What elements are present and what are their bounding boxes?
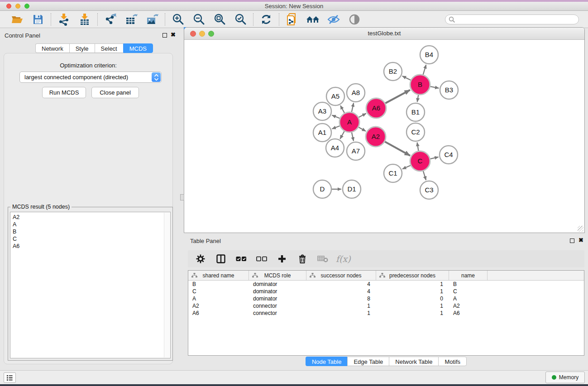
open-session-button[interactable] — [9, 12, 25, 27]
gear-button[interactable] — [193, 252, 208, 266]
search-field[interactable] — [445, 14, 579, 24]
table-row[interactable]: Adominator80A — [188, 295, 584, 302]
tab-motifs[interactable]: Motifs — [438, 357, 467, 366]
mcds-result-item[interactable]: A2 — [10, 212, 170, 221]
import-table-button[interactable] — [76, 12, 93, 27]
show-all-button[interactable] — [346, 12, 363, 27]
graph-node-A4[interactable]: A4 — [326, 139, 344, 157]
table-cell-predecessor-nodes[interactable]: 1 — [376, 281, 449, 288]
table-cell-shared-name[interactable]: C — [188, 288, 249, 295]
graph-edge-A-A6[interactable] — [359, 114, 366, 118]
import-network-button[interactable] — [56, 12, 72, 27]
graph-edge-A-A7[interactable] — [352, 132, 354, 141]
graph-edge-B-B3[interactable] — [430, 86, 439, 88]
zoom-out-button[interactable] — [191, 12, 207, 27]
graph-edge-A-A4[interactable] — [340, 131, 344, 139]
export-image-button[interactable] — [144, 12, 160, 27]
export-network-button[interactable] — [102, 12, 119, 27]
table-cell-predecessor-nodes[interactable]: 1 — [376, 302, 449, 310]
search-input[interactable] — [457, 15, 575, 24]
table-cell-mcds-role[interactable]: dominator — [249, 281, 306, 288]
graph-node-D[interactable]: D — [313, 180, 331, 198]
graph-node-A6[interactable]: A6 — [366, 98, 386, 118]
zoom-selected-button[interactable] — [232, 12, 249, 27]
graph-edge-C-C3[interactable] — [423, 171, 426, 180]
delete-column-button[interactable] — [295, 252, 310, 266]
graph-edge-B-B4[interactable] — [423, 65, 426, 75]
table-cell-name[interactable]: A6 — [449, 310, 488, 317]
graph-edge-A-A1[interactable] — [332, 126, 339, 129]
table-cell-name[interactable]: A — [449, 295, 488, 302]
table-cell-predecessor-nodes[interactable]: 1 — [376, 310, 449, 317]
task-history-button[interactable] — [4, 372, 16, 383]
table-cell-predecessor-nodes[interactable]: 0 — [376, 295, 449, 302]
first-neighbors-button[interactable] — [305, 12, 321, 27]
graph-node-C3[interactable]: C3 — [420, 181, 438, 199]
run-mcds-button[interactable]: Run MCDS — [42, 87, 86, 98]
add-column-button[interactable] — [275, 252, 289, 266]
table-cell-shared-name[interactable]: A6 — [188, 310, 249, 317]
refresh-button[interactable] — [258, 12, 274, 27]
graph-node-A[interactable]: A — [339, 112, 359, 132]
save-session-button[interactable] — [30, 12, 46, 27]
graph-edge-C-C2[interactable] — [417, 143, 419, 151]
resize-grip-icon[interactable] — [578, 226, 583, 232]
function-builder-icon[interactable]: f(x) — [336, 254, 351, 264]
table-panel-float-button[interactable] — [570, 238, 574, 243]
select-all-button[interactable] — [234, 252, 249, 266]
graph-node-B1[interactable]: B1 — [406, 103, 425, 121]
control-panel-close-icon[interactable]: ✖ — [171, 33, 176, 37]
graph-edge-A2-C[interactable] — [385, 142, 410, 156]
table-cell-successor-nodes[interactable]: 8 — [306, 295, 376, 302]
table-cell-mcds-role[interactable]: connector — [249, 310, 306, 317]
table-cell-successor-nodes[interactable]: 4 — [306, 281, 376, 288]
table-cell-mcds-role[interactable]: dominator — [249, 295, 306, 302]
table-panel-close-icon[interactable]: ✖ — [578, 238, 583, 243]
graph-edge-B-B1[interactable] — [417, 95, 419, 102]
graph-node-C2[interactable]: C2 — [406, 123, 425, 141]
graph-edge-C-C1[interactable] — [402, 165, 411, 169]
zoom-fit-button[interactable] — [211, 12, 228, 27]
mcds-result-item[interactable]: A6 — [10, 243, 170, 250]
new-network-from-selection-button[interactable] — [284, 12, 300, 27]
graph-node-A3[interactable]: A3 — [313, 102, 331, 120]
table-cell-name[interactable]: A2 — [449, 302, 488, 310]
graph-node-B[interactable]: B — [410, 75, 430, 95]
tab-style[interactable]: Style — [69, 43, 95, 53]
network-canvas[interactable]: B4B2BB3A8A5A6A3B1AA1C2A2A4A7C4CC1DD1C3 — [185, 40, 584, 233]
tab-network-table[interactable]: Network Table — [389, 357, 438, 366]
table-cell-shared-name[interactable]: B — [188, 281, 249, 288]
tab-mcds[interactable]: MCDS — [123, 43, 153, 53]
table-cell-name[interactable]: B — [449, 281, 488, 288]
table-row[interactable]: A2connector11A2 — [188, 302, 584, 310]
column-header-name[interactable]: name — [449, 271, 488, 280]
tab-network[interactable]: Network — [35, 43, 69, 53]
graph-node-A7[interactable]: A7 — [347, 142, 365, 160]
zoom-in-button[interactable] — [170, 12, 186, 27]
graph-node-C[interactable]: C — [410, 151, 430, 171]
graph-node-A2[interactable]: A2 — [366, 127, 386, 147]
table-cell-successor-nodes[interactable]: 1 — [306, 310, 376, 317]
graph-node-A5[interactable]: A5 — [326, 87, 344, 105]
graph-edge-A-A3[interactable] — [332, 115, 339, 119]
table-cell-successor-nodes[interactable]: 4 — [306, 288, 376, 295]
column-header-predecessor-nodes[interactable]: predecessor nodes — [376, 271, 449, 280]
mcds-list-scrollbar[interactable] — [164, 213, 170, 357]
memory-button[interactable]: Memory — [545, 372, 585, 383]
mcds-result-list[interactable]: A2ABCA6 — [10, 212, 171, 358]
tab-select[interactable]: Select — [95, 43, 123, 53]
table-cell-mcds-role[interactable]: dominator — [249, 288, 306, 295]
table-row[interactable]: Bdominator41B — [188, 281, 584, 288]
graph-node-A8[interactable]: A8 — [347, 84, 365, 102]
graph-edge-A6-B[interactable] — [385, 90, 410, 103]
column-header-mcds-role[interactable]: MCDS role — [249, 271, 306, 280]
hide-selected-button[interactable] — [325, 12, 342, 27]
table-cell-name[interactable]: C — [449, 288, 488, 295]
tab-node-table[interactable]: Node Table — [306, 357, 348, 366]
graph-node-B4[interactable]: B4 — [420, 46, 438, 64]
graph-edge-A-A8[interactable] — [352, 103, 354, 112]
panel-splitter-handle[interactable] — [180, 194, 184, 200]
mcds-result-item[interactable]: A — [10, 221, 170, 228]
table-cell-successor-nodes[interactable]: 1 — [306, 302, 376, 310]
export-table-button[interactable] — [123, 12, 139, 27]
